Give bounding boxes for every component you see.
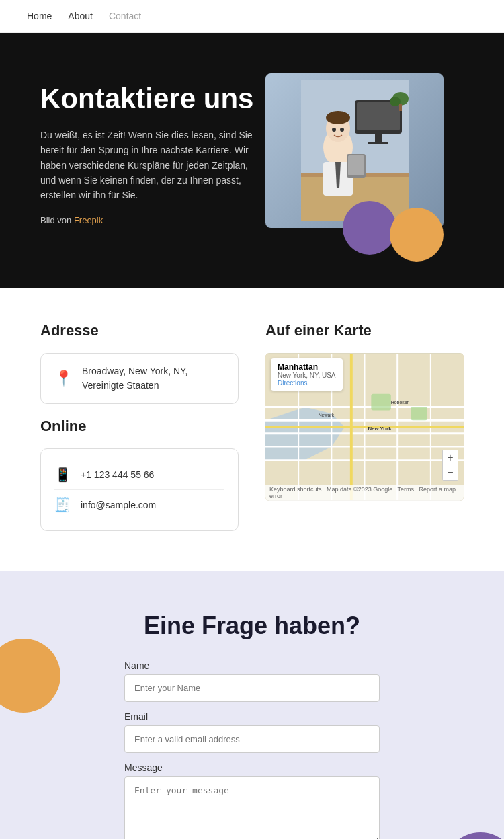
map-directions[interactable]: Directions <box>278 379 336 387</box>
message-group: Message <box>124 762 380 839</box>
phone-row: 📱 +1 123 444 55 66 <box>54 460 224 490</box>
map-zoom-controls: + − <box>442 450 458 481</box>
form-section: Eine Frage haben? Name Email Message I a… <box>0 571 504 839</box>
message-input[interactable] <box>124 776 380 839</box>
nav-contact[interactable]: Contact <box>109 11 141 22</box>
location-icon: 📍 <box>54 370 73 387</box>
map-location-name: Manhattan <box>278 362 336 372</box>
svg-text:Hoboken: Hoboken <box>391 400 410 405</box>
map-zoom-out[interactable]: − <box>443 465 458 480</box>
svg-point-11 <box>326 111 350 124</box>
map-placeholder: New York Newark Hoboken Manhattan New Yo… <box>265 353 464 501</box>
map-location-sub: New York, NY, USA <box>278 372 336 379</box>
map-info-box: Manhattan New York, NY, USA Directions <box>271 358 343 391</box>
email-row: 🧾 info@sample.com <box>54 490 224 520</box>
svg-rect-2 <box>357 102 400 130</box>
svg-point-13 <box>340 128 344 132</box>
hero-image-credit: Bild von Freepik <box>40 214 255 228</box>
svg-text:New York: New York <box>368 426 392 432</box>
svg-rect-18 <box>399 104 402 111</box>
svg-rect-33 <box>371 394 391 411</box>
form-container: Name Email Message I accept the NUTZUNGS… <box>124 660 380 839</box>
freepik-link[interactable]: Freepik <box>74 215 103 225</box>
svg-rect-15 <box>348 155 364 175</box>
address-title: Adresse <box>40 322 239 339</box>
email-label: Email <box>124 711 380 722</box>
svg-point-17 <box>390 97 401 106</box>
address-text: Broadway, New York, NY, Vereinigte Staat… <box>82 364 224 393</box>
name-group: Name <box>124 660 380 702</box>
nav-home[interactable]: Home <box>27 11 52 22</box>
hero-image-area <box>255 73 464 248</box>
form-circle-orange <box>0 639 60 713</box>
svg-text:Newark: Newark <box>319 413 335 417</box>
online-box: 📱 +1 123 444 55 66 🧾 info@sample.com <box>40 448 239 531</box>
hero-title: Kontaktiere uns <box>40 83 255 114</box>
form-title: Eine Frage haben? <box>27 612 477 640</box>
name-label: Name <box>124 660 380 671</box>
map-footer: Keyboard shortcuts Map data ©2023 Google… <box>265 485 464 501</box>
phone-text: +1 123 444 55 66 <box>81 469 154 480</box>
hero-circle-purple <box>343 201 396 255</box>
nav-about[interactable]: About <box>68 11 93 22</box>
contact-info-section: Adresse 📍 Broadway, New York, NY, Verein… <box>0 288 504 571</box>
email-icon: 🧾 <box>54 497 71 513</box>
contact-form: Name Email Message I accept the NUTZUNGS… <box>124 660 380 839</box>
svg-rect-3 <box>375 134 382 142</box>
contact-left: Adresse 📍 Broadway, New York, NY, Verein… <box>40 322 239 545</box>
phone-icon: 📱 <box>54 467 71 483</box>
online-title: Online <box>40 417 239 435</box>
form-circle-purple <box>444 832 504 839</box>
hero-text-block: Kontaktiere uns Du weißt, es ist Zeit! W… <box>40 83 255 239</box>
hero-circle-orange <box>390 208 444 262</box>
svg-point-12 <box>332 128 336 132</box>
email-group: Email <box>124 711 380 753</box>
svg-rect-4 <box>368 142 388 144</box>
message-label: Message <box>124 762 380 773</box>
name-input[interactable] <box>124 674 380 702</box>
hero-section: Kontaktiere uns Du weißt, es ist Zeit! W… <box>0 33 504 288</box>
hero-description: Du weißt, es ist Zeit! Wenn Sie dies les… <box>40 128 255 203</box>
navbar: Home About Contact <box>0 0 504 33</box>
map-title: Auf einer Karte <box>265 322 464 339</box>
email-input[interactable] <box>124 725 380 753</box>
map-footer-text: Keyboard shortcuts Map data ©2023 Google… <box>269 486 460 500</box>
contact-right: Auf einer Karte <box>265 322 464 545</box>
svg-rect-34 <box>411 407 427 421</box>
address-box: 📍 Broadway, New York, NY, Vereinigte Sta… <box>40 353 239 404</box>
email-text: info@sample.com <box>81 500 156 510</box>
map-zoom-in[interactable]: + <box>443 450 458 465</box>
